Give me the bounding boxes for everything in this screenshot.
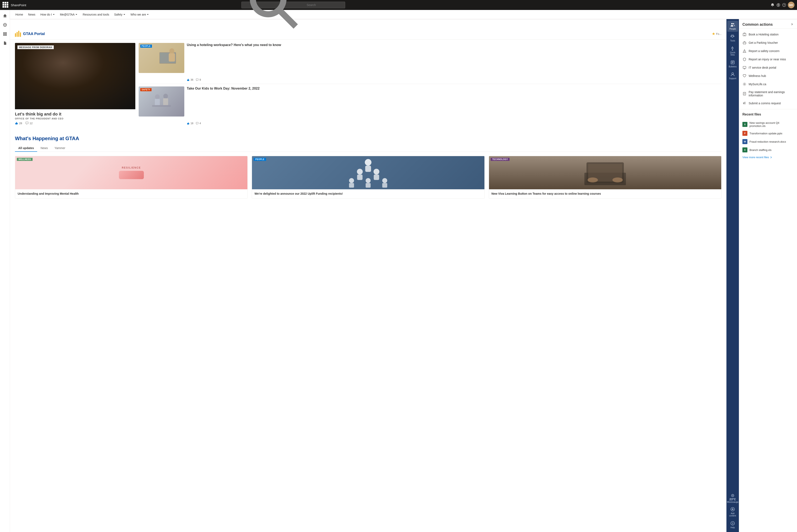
temperature-widget[interactable]: 23°C Mississauga [727, 492, 738, 505]
section-title: What's Happening at GTAA [15, 136, 722, 141]
tab-bar: All updates News Yammer [15, 145, 722, 152]
action-injury[interactable]: Report an injury or near miss [739, 55, 797, 63]
panel-close-button[interactable] [790, 23, 794, 26]
hero-side-thumb-0: PEOPLE [139, 43, 184, 73]
icon-sidebar-bulletins[interactable]: Bulletins [727, 58, 738, 70]
thumb-people-image: PEOPLE [139, 43, 184, 73]
svg-rect-30 [366, 183, 371, 188]
shield-icon [742, 57, 746, 61]
action-label-comms: Submit a comms request [749, 101, 781, 105]
sidebar-globe[interactable] [1, 21, 9, 29]
action-label-wellness: Wellness hub [749, 74, 766, 78]
hero-main-article[interactable]: MESSAGE FROM DEBORAH Let's think big and… [15, 43, 135, 127]
side-likes-0: 36 [187, 78, 193, 81]
sidebar-home[interactable] [1, 12, 9, 20]
tab-all-updates[interactable]: All updates [15, 145, 37, 152]
action-itdesk[interactable]: IT service desk portal [739, 63, 797, 72]
portal-header-right: Fo... [712, 32, 722, 35]
svg-point-23 [357, 169, 363, 175]
wellness-label: RESILIENCE [119, 166, 144, 169]
sidebar-apps[interactable] [1, 30, 9, 38]
icon-sidebar-tools[interactable]: Tools [727, 33, 738, 43]
svg-point-38 [731, 23, 733, 24]
side-comment-count-0: 9 [199, 78, 201, 81]
hero-side-content-0: Using a hoteling workspace? Here's what … [187, 43, 722, 81]
news-thumb-2: TECHNOLOGY [489, 156, 721, 189]
notification-icon[interactable] [771, 3, 775, 7]
file-name-0: New savings account Q4 promotion.xls [749, 121, 794, 128]
thumb-people-card [252, 156, 484, 189]
action-parking[interactable]: Get a Parking Voucher [739, 39, 797, 47]
action-paystatement[interactable]: Pay statement and earnings information [739, 88, 797, 99]
weather-icon [730, 493, 735, 498]
chevron-right-small-icon [770, 156, 772, 158]
news-card-1[interactable]: PEOPLE We're delighted to announce our 2… [252, 156, 485, 198]
temp-value: 23°C [729, 498, 736, 501]
news-card-0[interactable]: RESILIENCE WELLNESS Understanding and Im… [15, 156, 248, 198]
desktop-icon [742, 65, 746, 70]
sidebar-document[interactable] [1, 39, 9, 47]
help-label: Help [730, 527, 735, 529]
recent-file-2[interactable]: W Fraud reduction research.docx [739, 137, 797, 146]
svg-rect-15 [169, 53, 175, 61]
hero-side-item-1[interactable]: SAFETY Take Our Kids to [139, 87, 722, 127]
thumb-tech [489, 156, 721, 189]
svg-point-18 [163, 94, 168, 99]
news-title-2: New Viva Learning Button on Teams for ea… [491, 192, 719, 196]
action-sunlife[interactable]: MySunLife.ca [739, 80, 797, 88]
icon-sidebar-people[interactable]: People [727, 21, 738, 32]
search-input[interactable] [307, 3, 343, 7]
svg-point-46 [732, 495, 733, 496]
svg-point-36 [587, 177, 598, 183]
user-avatar[interactable]: MK [788, 2, 795, 8]
hero-side-title-1: Take Our Kids to Work Day: November 2, 2… [187, 87, 722, 91]
icon-sidebar-addcontent[interactable]: Add content [726, 505, 739, 518]
svg-rect-24 [357, 175, 363, 180]
portal-title: GTAA Portal [23, 32, 45, 36]
action-hoteling[interactable]: Book a Hoteling station [739, 30, 797, 39]
svg-line-70 [743, 85, 744, 86]
news-card-2[interactable]: TECHNOLOGY New Viva Learning Button on T… [489, 156, 722, 198]
icon-sidebar-help[interactable]: ? Help [729, 519, 736, 530]
side-comment-count-1: 4 [199, 122, 201, 125]
svg-rect-20 [152, 105, 171, 107]
view-more-files-link[interactable]: View more recent files [739, 154, 797, 160]
panel-title: Common actions [742, 22, 773, 27]
logo-bars [15, 31, 21, 37]
svg-rect-32 [382, 183, 387, 188]
news-body-1: We're delighted to announce our 2022 Upl… [252, 189, 484, 198]
svg-point-56 [745, 44, 746, 44]
recent-file-3[interactable]: X Branch staffing.xls [739, 146, 797, 154]
paystatement-icon [742, 92, 746, 96]
svg-line-67 [743, 83, 744, 83]
hero-side-item-0[interactable]: PEOPLE Using a hoteling workspace? Here' [139, 43, 722, 84]
file-name-2: Fraud reduction research.docx [749, 140, 786, 143]
tab-yammer[interactable]: Yammer [51, 145, 69, 152]
action-label-hoteling: Book a Hoteling station [749, 33, 779, 36]
search-bar[interactable] [241, 2, 345, 8]
logo-bar-3 [18, 31, 19, 37]
action-safety-concern[interactable]: Report a safety concern [739, 47, 797, 55]
comment-icon-s1 [196, 122, 199, 125]
favorite-button[interactable]: Fo... [712, 32, 722, 35]
action-label-safety-concern: Report a safety concern [749, 49, 780, 53]
waffle-menu[interactable] [2, 2, 9, 8]
icon-sidebar-support[interactable]: Support [727, 70, 738, 81]
icon-sidebar-quicklinks[interactable]: Quick links [727, 44, 738, 58]
svg-point-2 [778, 4, 779, 5]
hero-side-stats-1: 18 4 [187, 122, 722, 125]
help-icon[interactable]: ? [782, 3, 786, 7]
action-wellness[interactable]: Wellness hub [739, 72, 797, 80]
svg-point-55 [743, 44, 744, 44]
wellness-shape [119, 171, 144, 179]
recent-file-0[interactable]: X New savings account Q4 promotion.xls [739, 120, 797, 129]
recent-file-1[interactable]: P Transformation update.pptx [739, 129, 797, 137]
portal-header: GTAA Portal Fo... [10, 28, 726, 40]
star-icon [712, 32, 715, 35]
action-comms[interactable]: Submit a comms request [739, 99, 797, 108]
hero-image: MESSAGE FROM DEBORAH [15, 43, 135, 109]
settings-icon[interactable] [776, 3, 780, 7]
support-icon [730, 72, 735, 76]
tab-news[interactable]: News [37, 145, 51, 152]
file-icon-docx-2: W [742, 139, 747, 144]
